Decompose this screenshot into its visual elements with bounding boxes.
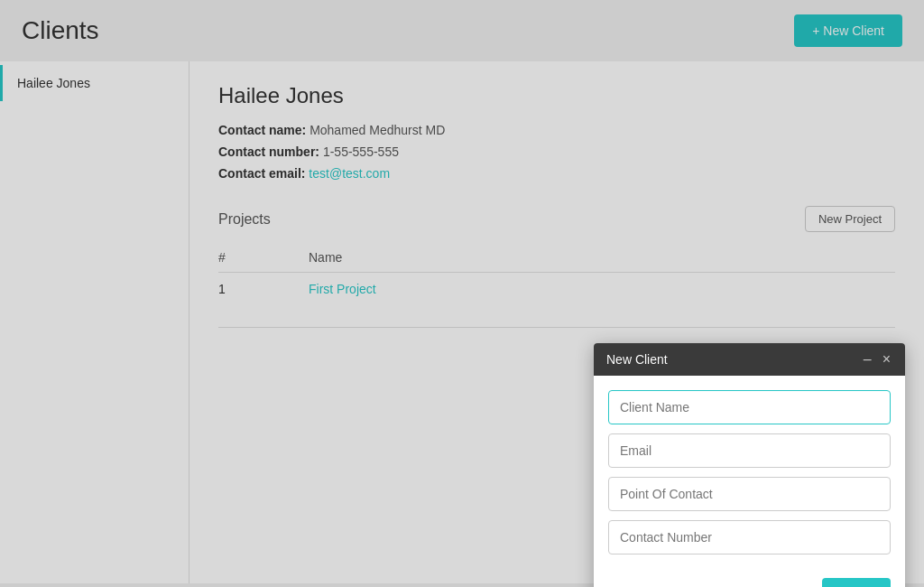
modal-minimize-button[interactable]: – [862, 352, 873, 367]
modal-header: New Client – × [594, 343, 905, 376]
modal-overlay: New Client – × Save [0, 0, 924, 587]
email-input[interactable] [608, 433, 891, 468]
point-of-contact-input[interactable] [608, 477, 891, 511]
modal-controls: – × [862, 352, 892, 367]
modal-footer: Save [594, 569, 905, 587]
contact-number-input[interactable] [608, 520, 891, 554]
modal-save-button[interactable]: Save [822, 578, 891, 587]
client-name-input[interactable] [608, 390, 891, 424]
new-client-modal: New Client – × Save [594, 343, 905, 587]
modal-body [594, 376, 905, 569]
modal-title: New Client [606, 352, 668, 367]
modal-close-button[interactable]: × [881, 352, 892, 367]
